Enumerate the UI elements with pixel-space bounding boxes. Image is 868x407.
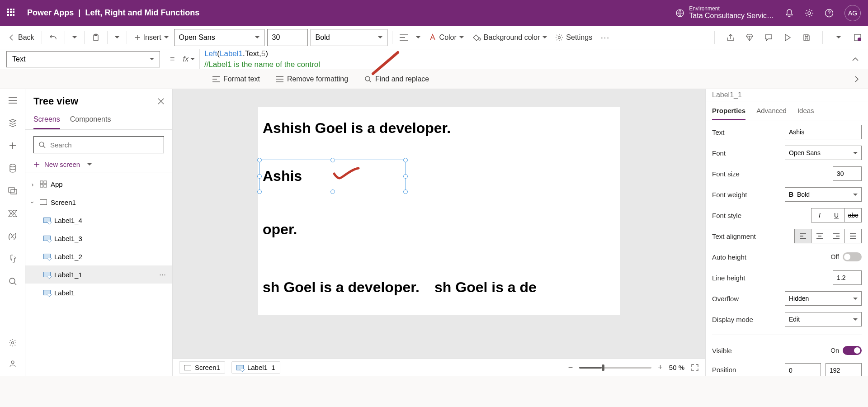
- prop-position-x[interactable]: [785, 363, 821, 376]
- align-left[interactable]: [794, 229, 811, 243]
- zoom-slider[interactable]: [579, 367, 651, 369]
- formula-editor[interactable]: Left(Label1.Text,5) //Label1 is the name…: [200, 48, 843, 69]
- find-replace-button[interactable]: Find and replace: [364, 75, 429, 83]
- prop-fontsize-input[interactable]: [833, 166, 862, 181]
- prop-lineheight-input[interactable]: [833, 270, 862, 285]
- tab-components[interactable]: Components: [70, 111, 111, 129]
- tree-item-label1-2[interactable]: Label1_2: [25, 247, 172, 265]
- canvas-label1[interactable]: Ashish Goel is a developer.: [263, 120, 451, 137]
- svg-point-5: [558, 36, 561, 38]
- tree-view-icon[interactable]: [8, 118, 18, 128]
- fit-to-window-icon[interactable]: [691, 364, 699, 372]
- align-menu-button[interactable]: [397, 33, 410, 43]
- comments-icon[interactable]: [764, 33, 774, 43]
- settings-rail-icon[interactable]: [8, 338, 18, 348]
- variables-icon[interactable]: (x): [8, 231, 18, 241]
- environment-picker[interactable]: Environment Tata Consultancy Servic…: [675, 6, 774, 20]
- settings-button[interactable]: Settings: [552, 32, 595, 43]
- align-center[interactable]: [811, 229, 828, 243]
- props-tab-ideas[interactable]: Ideas: [797, 101, 814, 120]
- paste-split-chevron[interactable]: [112, 34, 122, 40]
- tree-item-label1[interactable]: Label1: [25, 284, 172, 302]
- label-icon: [43, 236, 51, 241]
- fontstyle-strike[interactable]: abc: [844, 208, 862, 222]
- prop-position-y[interactable]: [826, 363, 862, 376]
- canvas-label1-4[interactable]: sh Goel is a de: [434, 279, 537, 296]
- help-icon[interactable]: [825, 9, 834, 18]
- back-button[interactable]: Back: [5, 32, 37, 43]
- settings-gear-icon[interactable]: [805, 9, 814, 18]
- canvas-label1-2[interactable]: sh Goel is a developer.: [263, 279, 420, 296]
- font-weight-select[interactable]: Bold: [311, 29, 387, 46]
- props-tab-properties[interactable]: Properties: [712, 101, 745, 120]
- undo-button[interactable]: [47, 32, 60, 43]
- preview-icon[interactable]: [783, 33, 793, 43]
- app-checker-icon[interactable]: [745, 33, 755, 43]
- formula-sub-forward-icon[interactable]: [854, 76, 868, 83]
- save-icon[interactable]: [802, 33, 811, 43]
- background-color-button[interactable]: Background color: [469, 32, 550, 43]
- font-color-button[interactable]: Color: [426, 32, 467, 43]
- advanced-tools-icon[interactable]: [8, 254, 18, 264]
- svg-rect-19: [44, 185, 47, 187]
- search-rail-icon[interactable]: [8, 276, 18, 286]
- overflow-button[interactable]: ⋯: [598, 30, 612, 45]
- undo-split-chevron[interactable]: [70, 34, 80, 40]
- avatar[interactable]: AG: [844, 5, 861, 21]
- prop-visible-toggle[interactable]: [843, 346, 862, 355]
- media-icon[interactable]: [8, 186, 18, 196]
- save-split-chevron[interactable]: [834, 33, 844, 43]
- zoom-out-icon[interactable]: −: [568, 363, 573, 372]
- align-menu-chevron[interactable]: [413, 34, 423, 40]
- tree-item-label1-4[interactable]: Label1_4: [25, 211, 172, 229]
- tree-item-screen1[interactable]: › Screen1: [25, 193, 172, 211]
- tree-item-label1-3[interactable]: Label1_3: [25, 229, 172, 247]
- waffle-icon[interactable]: [7, 9, 16, 18]
- fx-button[interactable]: fx: [179, 49, 200, 69]
- font-family-select[interactable]: Open Sans: [174, 29, 264, 46]
- tree-search-input[interactable]: [33, 136, 164, 153]
- left-app-rail: (x): [0, 89, 25, 376]
- canvas-label1-3[interactable]: oper.: [263, 221, 297, 238]
- publish-icon[interactable]: [853, 33, 863, 43]
- hamburger-icon[interactable]: [8, 95, 18, 105]
- share-icon[interactable]: [726, 33, 736, 43]
- props-tab-advanced[interactable]: Advanced: [756, 101, 787, 120]
- footer-label-chip[interactable]: Label1_1: [231, 361, 280, 374]
- tree-item-more-icon[interactable]: ⋯: [159, 270, 166, 279]
- prop-displaymode-select[interactable]: Edit: [785, 312, 862, 327]
- tree-item-label1-1[interactable]: Label1_1 ⋯: [25, 265, 172, 284]
- align-right[interactable]: [828, 229, 845, 243]
- prop-text-input[interactable]: [785, 125, 862, 139]
- fontstyle-italic[interactable]: I: [811, 208, 828, 222]
- fontstyle-underline[interactable]: U: [828, 208, 845, 222]
- virtual-agent-icon[interactable]: [8, 359, 18, 369]
- prop-fontweight-select[interactable]: B Bold: [785, 187, 862, 202]
- data-icon[interactable]: [8, 163, 18, 173]
- tree-item-app[interactable]: › App: [25, 175, 172, 193]
- svg-rect-18: [40, 185, 43, 187]
- insert-button[interactable]: Insert: [132, 32, 171, 43]
- canvas-label1-1[interactable]: Ashis: [263, 168, 302, 185]
- formula-expand-icon[interactable]: [843, 57, 868, 62]
- align-justify[interactable]: [844, 229, 862, 243]
- property-selector[interactable]: Text: [6, 51, 160, 67]
- prop-font-select[interactable]: Open Sans: [785, 146, 862, 160]
- tab-screens[interactable]: Screens: [33, 111, 60, 129]
- power-automate-icon[interactable]: [8, 208, 18, 218]
- prop-autoheight-toggle[interactable]: [843, 252, 862, 261]
- new-screen-button[interactable]: New screen: [25, 157, 172, 172]
- prop-text-label: Text: [712, 128, 785, 136]
- app-icon: [40, 180, 47, 188]
- insert-rail-icon[interactable]: [8, 141, 18, 151]
- tree-close-icon[interactable]: [158, 98, 164, 104]
- notifications-icon[interactable]: [785, 9, 794, 18]
- screen-canvas[interactable]: Ashish Goel is a developer. Ashis oper. …: [258, 107, 620, 315]
- remove-formatting-button[interactable]: Remove formatting: [276, 75, 348, 83]
- footer-screen-chip[interactable]: Screen1: [179, 361, 225, 374]
- zoom-in-icon[interactable]: +: [658, 363, 663, 372]
- paste-button[interactable]: [89, 32, 103, 43]
- font-size-input[interactable]: [267, 29, 308, 46]
- format-text-button[interactable]: Format text: [212, 75, 260, 83]
- prop-overflow-select[interactable]: Hidden: [785, 291, 862, 306]
